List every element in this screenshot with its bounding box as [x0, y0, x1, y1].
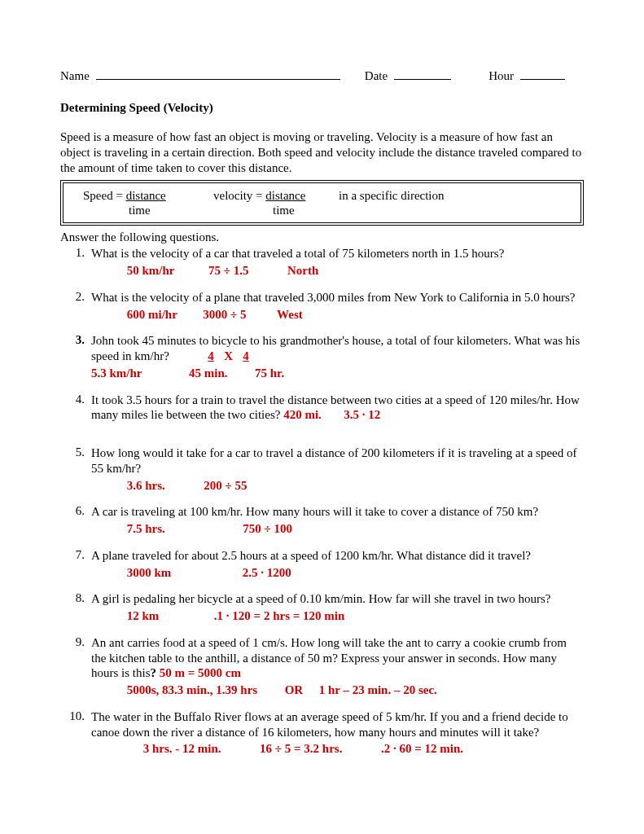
answer-work: 2.5 · 1200: [243, 566, 291, 579]
q-text: A car is traveling at 100 km/hr. How man…: [91, 505, 538, 518]
velocity-denominator: time: [273, 203, 295, 217]
q-text: The water in the Buffalo River flows at …: [91, 710, 568, 739]
intro-text: Speed is a measure of how fast an object…: [60, 129, 584, 175]
q-number: 7.: [60, 548, 91, 581]
answer-work1: 16 ÷ 5 = 3.2 hrs.: [260, 742, 342, 755]
question-8: 8. A girl is pedaling her bicycle at a s…: [60, 591, 584, 624]
answer-prompt: Answer the following questions.: [60, 230, 584, 244]
answer-direction: North: [287, 264, 318, 277]
q-text: How long would it take for a car to trav…: [91, 446, 576, 475]
q-text: John took 45 minutes to bicycle to his g…: [91, 334, 580, 362]
q-number: 10.: [60, 709, 91, 757]
speed-eq-label: Speed =: [83, 189, 126, 202]
question-10: 10. The water in the Buffalo River flows…: [60, 709, 584, 757]
answer-conv: 50 m = 5000 cm: [160, 666, 241, 679]
q-text: What is the velocity of a plane that tra…: [91, 291, 575, 304]
answer: 600 mi/hr: [127, 308, 177, 321]
direction-note: in a specific direction: [339, 188, 445, 203]
q-number: 1.: [60, 246, 91, 279]
formula-box: Speed = distance velocity = distance in …: [60, 180, 584, 226]
q-number: 3.: [60, 333, 91, 380]
question-3: 3. John took 45 minutes to bicycle to hi…: [60, 333, 584, 380]
question-6: 6. A car is traveling at 100 km/hr. How …: [60, 504, 584, 537]
answer: 5000s, 83.3 min., 1.39 hrs: [127, 683, 257, 696]
answer-frac-d1: 45 min.: [189, 367, 228, 380]
answer-work: 200 ÷ 55: [204, 479, 247, 492]
q-number: 6.: [60, 504, 91, 537]
q-text: A plane traveled for about 2.5 hours at …: [91, 549, 531, 562]
answer-work: 750 ÷ 100: [243, 522, 292, 535]
header-line: Name Date Hour: [60, 67, 584, 83]
answer: 3000 km: [127, 566, 172, 579]
q-number: 4.: [60, 393, 91, 424]
answer: 5.3 km/hr: [91, 367, 142, 380]
answer-frac-n1: 4: [208, 349, 214, 362]
answer-line: 50 km/hr 75 ÷ 1.5 North: [91, 263, 584, 279]
answer: 50 km/hr: [127, 264, 175, 277]
answer-line: 5000s, 83.3 min., 1.39 hrs OR 1 hr – 23 …: [91, 683, 584, 698]
answer: 3 hrs. - 12 min.: [143, 742, 221, 755]
question-2: 2. What is the velocity of a plane that …: [60, 290, 584, 323]
date-label: Date: [365, 69, 388, 83]
answer: 12 km: [127, 609, 160, 622]
speed-denominator: time: [129, 203, 181, 217]
answer-direction: West: [277, 308, 303, 321]
answer-line: 12 km .1 · 120 = 2 hrs = 120 min: [91, 608, 584, 624]
question-5: 5. How long would it take for a car to t…: [60, 446, 584, 493]
answer: 7.5 hrs.: [127, 522, 165, 535]
answer-work2: .2 · 60 = 12 min.: [381, 742, 463, 755]
q-mark: ?: [151, 666, 160, 679]
worksheet-page: Name Date Hour Determining Speed (Veloci…: [0, 0, 644, 834]
date-blank[interactable]: [394, 67, 451, 80]
question-7: 7. A plane traveled for about 2.5 hours …: [60, 548, 584, 581]
answer-work: 3.5 · 12: [344, 408, 380, 421]
velocity-numerator: distance: [265, 189, 305, 202]
question-4: 4. It took 3.5 hours for a train to trav…: [60, 393, 584, 424]
answer-or: OR: [285, 683, 304, 696]
answer: 420 mi.: [283, 408, 322, 421]
speed-numerator: distance: [126, 189, 166, 202]
answer-line: 3 hrs. - 12 min. 16 ÷ 5 = 3.2 hrs. .2 · …: [91, 741, 584, 757]
q-text: A girl is pedaling her bicycle at a spee…: [91, 592, 550, 605]
hour-label: Hour: [488, 69, 514, 83]
name-label: Name: [60, 69, 90, 83]
hour-blank[interactable]: [520, 67, 565, 80]
answer-alt: 1 hr – 23 min. – 20 sec.: [319, 683, 437, 696]
name-blank[interactable]: [96, 67, 340, 80]
q-number: 2.: [60, 290, 91, 323]
q-number: 9.: [60, 635, 91, 698]
answer-work: 75 ÷ 1.5: [208, 264, 248, 277]
answer: 3.6 hrs.: [127, 479, 165, 492]
answer-line: 5.3 km/hr 45 min. 75 hr.: [91, 366, 584, 381]
page-title: Determining Speed (Velocity): [60, 101, 584, 115]
question-9: 9. An ant carries food at a speed of 1 c…: [60, 635, 584, 698]
answer-line: 600 mi/hr 3000 ÷ 5 West: [91, 307, 584, 323]
answer-times: X: [217, 349, 240, 364]
q-text: What is the velocity of a car that trave…: [91, 247, 504, 260]
answer-line: 7.5 hrs. 750 ÷ 100: [91, 521, 584, 537]
question-1: 1. What is the velocity of a car that tr…: [60, 246, 584, 279]
q-text: It took 3.5 hours for a train to travel …: [91, 393, 580, 422]
answer-frac-d2: 75 hr.: [255, 367, 284, 380]
answer-work: .1 · 120 = 2 hrs = 120 min: [214, 609, 344, 622]
velocity-eq-label: velocity =: [213, 189, 265, 202]
q-number: 5.: [60, 446, 91, 493]
answer-line: 3000 km 2.5 · 1200: [91, 565, 584, 581]
q-number: 8.: [60, 591, 91, 624]
answer-line: 3.6 hrs. 200 ÷ 55: [91, 478, 584, 494]
questions-list: 1. What is the velocity of a car that tr…: [60, 246, 584, 757]
answer-frac-n2: 4: [243, 349, 249, 362]
answer-work: 3000 ÷ 5: [203, 308, 246, 321]
